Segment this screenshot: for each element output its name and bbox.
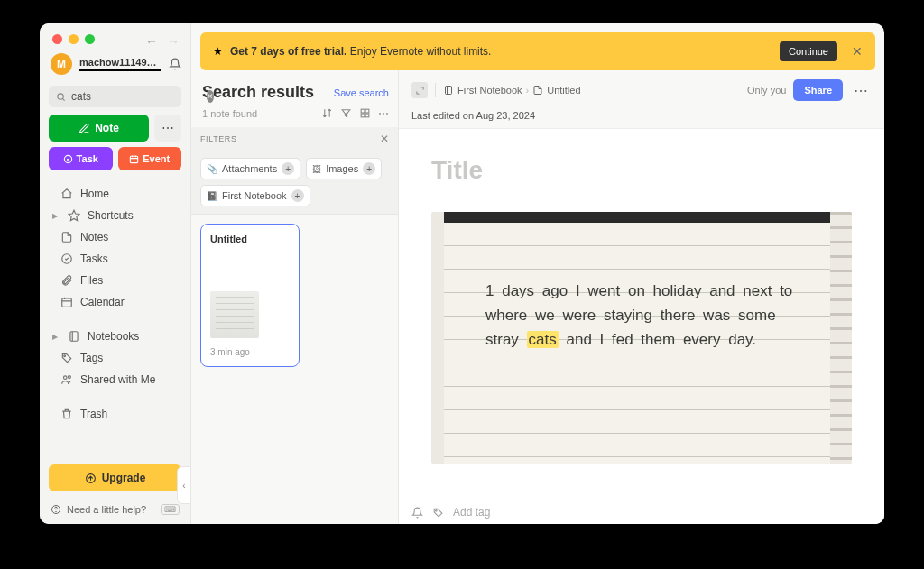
window-close[interactable]	[52, 34, 62, 44]
sidebar-collapse-handle[interactable]: ‹	[177, 466, 191, 504]
new-task-button[interactable]: Task	[49, 147, 113, 170]
note-body[interactable]: Title 1 days ago I went on holiday and n…	[399, 128, 884, 500]
svg-rect-15	[365, 114, 369, 117]
filter-chip-images[interactable]: 🖼Images+	[306, 158, 382, 179]
reminder-icon[interactable]	[411, 507, 423, 519]
star-icon: ★	[213, 45, 223, 58]
new-note-button[interactable]: Note	[49, 115, 149, 142]
note-more-icon[interactable]: ⋯	[850, 82, 872, 99]
only-you-label: Only you	[747, 85, 786, 96]
nav-notebooks[interactable]: ▶Notebooks	[45, 326, 185, 347]
save-search-link[interactable]: Save search	[334, 87, 389, 98]
filters-label: FILTERS	[200, 134, 237, 143]
nav-home[interactable]: Home	[45, 183, 185, 205]
window-zoom[interactable]	[85, 34, 95, 44]
svg-rect-13	[365, 109, 369, 113]
filter-chip-notebook[interactable]: 📓First Notebook+	[200, 185, 310, 206]
upgrade-label: Upgrade	[102, 472, 146, 484]
tag-add-icon[interactable]	[432, 507, 444, 519]
nav-calendar[interactable]: Calendar	[45, 291, 185, 313]
main-panel: ★ Get 7 days of free trial. Enjoy Everno…	[191, 23, 884, 524]
profile-row[interactable]: M machow11149ab4db…	[40, 44, 190, 78]
nav-calendar-label: Calendar	[80, 296, 125, 308]
svg-rect-14	[361, 114, 365, 117]
share-button[interactable]: Share	[793, 79, 843, 101]
svg-point-6	[63, 355, 65, 357]
banner-text: Get 7 days of free trial. Enjoy Evernote…	[230, 45, 491, 58]
expand-icon[interactable]	[411, 82, 428, 98]
svg-rect-16	[446, 87, 452, 95]
calendar-icon	[60, 296, 73, 308]
search-clear-icon[interactable]: ✕	[207, 90, 214, 103]
nav-tasks[interactable]: Tasks	[45, 248, 185, 270]
nav-tags[interactable]: Tags	[45, 347, 185, 369]
trial-banner: ★ Get 7 days of free trial. Enjoy Everno…	[200, 32, 875, 70]
notifications-icon[interactable]	[169, 58, 181, 70]
new-event-button[interactable]: Event	[118, 147, 182, 170]
filter-chip-attachments[interactable]: 📎Attachments+	[200, 158, 300, 179]
chevron-right-icon: ›	[526, 85, 530, 96]
svg-rect-2	[131, 156, 138, 162]
chip-label: Images	[326, 163, 358, 174]
nav-shared-label: Shared with Me	[80, 373, 155, 386]
filters-close-icon[interactable]: ✕	[380, 133, 389, 145]
more-icon[interactable]: ⋯	[378, 107, 389, 120]
banner-continue-button[interactable]: Continue	[780, 41, 837, 61]
view-grid-icon[interactable]	[359, 107, 371, 120]
nav-back-icon[interactable]: ←	[145, 34, 158, 49]
note-image[interactable]: 1 days ago I went on holiday and next to…	[431, 212, 852, 464]
upgrade-button[interactable]: Upgrade	[49, 464, 181, 491]
nav-trash[interactable]: Trash	[45, 403, 185, 425]
search-icon	[56, 92, 66, 102]
chip-label: Attachments	[222, 163, 277, 174]
nav-shortcuts[interactable]: ▶Shortcuts	[45, 205, 185, 226]
note-toolbar: First Notebook › Untitled Only you Share…	[399, 70, 884, 110]
app-window: ← → M machow11149ab4db… ✕ Note	[40, 23, 884, 524]
banner-close-icon[interactable]: ✕	[852, 44, 863, 59]
notebook-icon: 📓	[207, 191, 217, 201]
nav-trash-label: Trash	[80, 408, 107, 420]
result-note-card[interactable]: Untitled 3 min ago	[200, 224, 300, 367]
nav-shortcuts-label: Shortcuts	[88, 209, 134, 222]
results-title: Search results	[202, 83, 334, 102]
keyboard-icon: ⌨	[161, 504, 180, 515]
filter-icon[interactable]	[340, 107, 352, 120]
svg-rect-5	[69, 332, 77, 342]
chip-add-icon[interactable]: +	[282, 162, 294, 175]
filters-header: FILTERS ✕	[191, 127, 398, 151]
nav-files-label: Files	[80, 274, 103, 287]
note-small-icon	[532, 85, 543, 96]
chip-add-icon[interactable]: +	[363, 162, 375, 175]
nav-notes-label: Notes	[80, 231, 108, 243]
search-box[interactable]: ✕	[49, 86, 181, 107]
crumb-note[interactable]: Untitled	[547, 85, 580, 96]
help-icon	[51, 504, 61, 515]
chip-label: First Notebook	[222, 190, 287, 201]
search-input[interactable]	[71, 90, 207, 103]
svg-point-17	[436, 509, 438, 511]
crumb-notebook[interactable]: First Notebook	[457, 85, 522, 96]
nav-files[interactable]: Files	[45, 270, 185, 291]
profile-name: machow11149ab4db…	[79, 57, 162, 68]
check-circle-icon	[60, 252, 73, 265]
add-tag-placeholder[interactable]: Add tag	[453, 506, 490, 519]
window-minimize[interactable]	[69, 34, 79, 44]
svg-point-7	[63, 376, 67, 380]
sort-icon[interactable]	[321, 107, 333, 120]
new-note-more-button[interactable]: ⋯	[154, 115, 181, 142]
card-time: 3 min ago	[210, 347, 290, 357]
results-count: 1 note found	[202, 108, 321, 119]
image-icon: 🖼	[312, 164, 321, 174]
notebook-icon	[443, 85, 454, 96]
help-label: Need a little help?	[67, 504, 146, 515]
chip-add-icon[interactable]: +	[291, 189, 304, 202]
svg-point-11	[56, 511, 57, 512]
note-title-placeholder[interactable]: Title	[431, 156, 852, 185]
nav-shared[interactable]: Shared with Me	[45, 369, 185, 390]
tag-icon	[60, 352, 73, 364]
chevron-right-icon: ▶	[52, 212, 60, 220]
nav-notes[interactable]: Notes	[45, 226, 185, 248]
card-thumbnail	[210, 291, 259, 338]
nav-forward-icon[interactable]: →	[167, 34, 180, 49]
help-row[interactable]: Need a little help? ⌨	[40, 499, 190, 524]
